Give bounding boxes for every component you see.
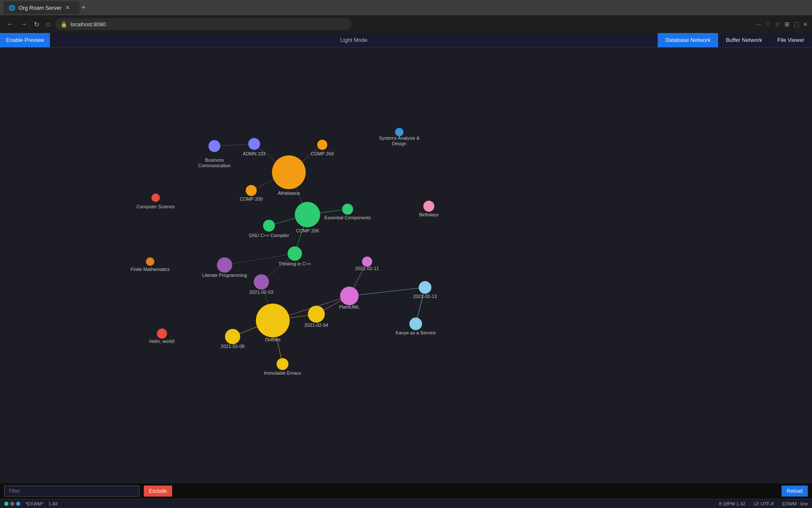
svg-point-29 [272,155,306,189]
svg-text:2021-02-13: 2021-02-13 [413,294,437,299]
svg-point-37 [342,204,353,215]
svg-point-26 [395,128,403,136]
svg-text:Dotfiles: Dotfiles [265,337,281,342]
svg-line-0 [214,144,254,146]
svg-text:Communication: Communication [198,163,230,168]
dot-blue [16,502,20,506]
svg-text:COMP 206: COMP 206 [296,228,319,233]
svg-point-47 [217,257,232,273]
svg-point-51 [362,257,372,267]
svg-text:Computer Science: Computer Science [137,204,175,209]
bookmark-icon[interactable]: ♡ [765,21,771,28]
network-svg: Business Communication ADMN 233 COMP 268… [0,47,812,493]
svg-point-67 [277,358,288,370]
svg-text:COMP 268: COMP 268 [311,151,334,156]
svg-text:Literate Programming: Literate Programming [202,273,247,278]
svg-text:Design: Design [392,141,406,146]
active-tab[interactable]: 🌐 Org Roam Server ✕ [3,1,80,14]
svg-text:PlantUML: PlantUML [339,304,359,309]
svg-point-45 [146,257,154,266]
enable-preview-button[interactable]: Enable Preview [0,33,50,47]
svg-text:Hello, world!: Hello, world! [149,339,175,344]
svg-text:Finite Mathematics: Finite Mathematics [131,267,170,272]
dot-green [4,502,8,506]
filter-input[interactable] [4,486,140,497]
bottom-controls: Exclude Reload [0,483,812,499]
back-button[interactable]: ← [5,19,15,30]
svg-text:ADMN 233: ADMN 233 [243,151,266,156]
svg-text:Immutable Emacs: Immutable Emacs [264,370,302,375]
svg-text:2021-02-08: 2021-02-08 [221,344,244,349]
svg-point-41 [263,220,275,232]
svg-text:Kanye as a Service: Kanye as a Service [396,330,436,335]
svg-point-49 [254,274,269,290]
svg-point-55 [419,281,431,294]
security-icon: 🔒 [60,21,67,28]
home-button[interactable]: ⌂ [44,19,52,30]
network-canvas[interactable]: Business Communication ADMN 233 COMP 268… [0,47,812,493]
workspace-label: 1 All [49,501,58,506]
more-options-icon[interactable]: ··· [756,21,761,28]
tab-database-network[interactable]: Database Network [658,33,718,47]
svg-point-63 [225,329,240,344]
svg-point-33 [246,185,257,196]
svg-text:2021-02-03: 2021-02-03 [250,290,273,295]
browser-controls: ··· ♡ ☆ ⊞ ⬚ ≡ [756,21,807,28]
app-toolbar: Enable Preview Light Mode Database Netwo… [0,33,812,47]
svg-point-65 [157,329,167,339]
tab-icon: 🌐 [8,5,15,11]
svg-text:GNU C++ Compiler: GNU C++ Compiler [249,233,289,238]
url-box[interactable]: 🔒 localhost:8080 [55,18,351,30]
svg-text:Thinking in C++: Thinking in C++ [278,261,311,266]
tab-icon-2[interactable]: ⬚ [794,21,799,28]
svg-text:Essential Components: Essential Components [324,215,371,220]
svg-point-31 [151,193,160,202]
grid-icon[interactable]: ⊞ [785,21,790,28]
tab-title: Org Roam Server [19,5,62,11]
status-bar: *EXWM* 1 All 8:18PM 1.42 LF UTF-8 EXWM :… [0,499,812,508]
time-label: 8:18PM 1.42 [719,501,745,506]
encoding-label: LF UTF-8 [754,501,774,506]
address-bar: ← → ↻ ⌂ 🔒 localhost:8080 ··· ♡ ☆ ⊞ ⬚ ≡ [0,15,812,33]
status-right: 8:18PM 1.42 LF UTF-8 EXWM : line [719,501,808,506]
url-text: localhost:8080 [71,21,106,28]
svg-point-22 [248,138,260,150]
svg-point-24 [317,140,327,150]
new-tab-button[interactable]: + [81,3,86,12]
svg-point-19 [208,140,220,152]
svg-text:Athabasca: Athabasca [278,190,300,196]
toolbar-tabs: Database Network Buffer Network File Vie… [658,33,812,47]
reload-browser-button[interactable]: ↻ [32,19,41,30]
svg-point-43 [288,246,302,261]
status-dots [4,502,20,506]
svg-text:Systems Analysis &: Systems Analysis & [379,135,420,141]
svg-point-35 [295,202,320,227]
tab-bar: 🌐 Org Roam Server ✕ + [0,0,812,15]
tab-close-btn[interactable]: ✕ [65,4,70,11]
svg-point-53 [340,287,359,305]
svg-point-39 [423,201,434,212]
menu-icon[interactable]: ≡ [804,21,807,28]
star-icon[interactable]: ☆ [775,21,780,28]
forward-button[interactable]: → [19,19,29,30]
reload-button[interactable]: Reload [782,486,808,497]
svg-point-57 [409,318,422,330]
tab-file-viewer[interactable]: File Viewer [770,33,812,47]
svg-text:Birthdays: Birthdays [419,212,439,217]
svg-point-59 [256,304,290,337]
dot-gray [10,502,14,506]
svg-text:2021-02-04: 2021-02-04 [304,323,328,328]
svg-point-61 [308,306,325,323]
svg-text:Business: Business [205,157,224,163]
exwm-label: *EXWM* [25,501,44,506]
exclude-button[interactable]: Exclude [144,486,172,497]
svg-text:COMP 200: COMP 200 [240,196,263,202]
mode-label: EXWM : line [782,501,808,506]
tab-buffer-network[interactable]: Buffer Network [718,33,770,47]
light-mode-label: Light Mode [50,37,658,43]
svg-text:2021-02-11: 2021-02-11 [355,266,379,271]
